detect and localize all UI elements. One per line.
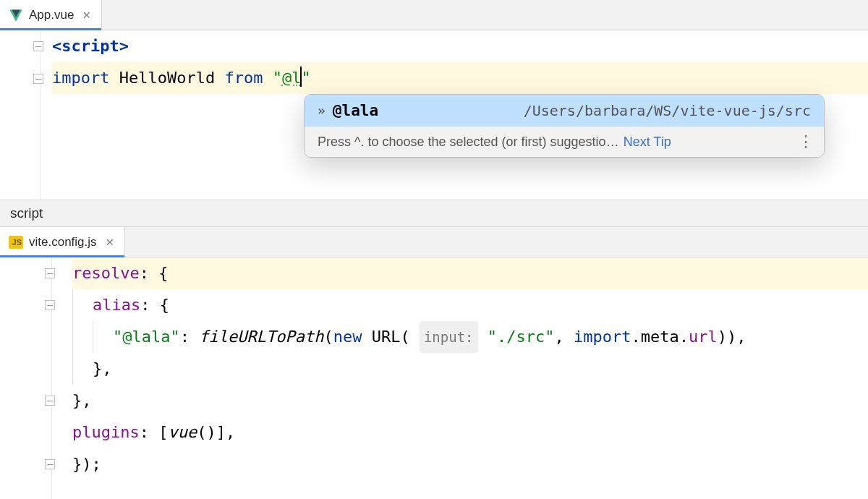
code-line[interactable]: <script> (52, 30, 868, 62)
tab-filename: App.vue (29, 8, 74, 22)
autocomplete-item[interactable]: » @lala /Users/barbara/WS/vite-vue-js/sr… (305, 95, 824, 127)
autocomplete-hint: Press ^. to choose the selected (or firs… (318, 126, 619, 158)
fold-handle-icon[interactable] (45, 396, 55, 406)
tab-vite-config[interactable]: JS vite.config.js ✕ (0, 227, 125, 257)
fold-handle-icon[interactable] (45, 459, 55, 469)
code-line[interactable]: resolve: { (72, 257, 868, 289)
string-quote-open: " (273, 62, 282, 94)
prop-plugins: plugins (72, 417, 140, 448)
string-quote-close: " (301, 62, 310, 94)
tab-filename: vite.config.js (29, 235, 97, 250)
editor-vite-config[interactable]: resolve: { alias: { "@lala": fileURLToPa… (0, 257, 868, 499)
fold-handle-icon[interactable] (33, 41, 43, 51)
code-line[interactable]: }, (72, 385, 868, 417)
alias-key: "@lala" (113, 321, 180, 353)
script-open-tag: <script> (52, 30, 129, 62)
autocomplete-popup: » @lala /Users/barbara/WS/vite-vue-js/sr… (304, 94, 825, 158)
gutter (0, 30, 41, 200)
code-line[interactable]: alias: { (72, 289, 868, 321)
code-line[interactable]: plugins: [vue()], (72, 417, 868, 448)
close-icon[interactable]: ✕ (106, 236, 114, 248)
breadcrumb-item[interactable]: script (10, 205, 43, 221)
editor-app-vue[interactable]: <script> import HelloWorld from "@l" » @… (0, 30, 868, 200)
inlay-hint: input: (420, 321, 478, 353)
js-icon: JS (9, 235, 23, 250)
text-caret (300, 67, 302, 87)
gutter (0, 257, 52, 499)
kw-from: from (224, 62, 263, 94)
next-tip-link[interactable]: Next Tip (624, 126, 671, 158)
fn-fileURLToPath: fileURLToPath (199, 321, 323, 353)
typed-path: @l (282, 62, 302, 94)
kw-import: import (52, 62, 109, 94)
close-icon[interactable]: ✕ (82, 9, 91, 21)
prop-alias: alias (93, 289, 140, 321)
chevron-right-icon: » (318, 95, 326, 127)
tab-app-vue[interactable]: App.vue ✕ (0, 0, 102, 30)
vue-icon (9, 8, 23, 22)
code-line-active[interactable]: import HelloWorld from "@l" (52, 62, 868, 94)
tab-bar-bottom: JS vite.config.js ✕ (0, 227, 868, 257)
prop-resolve: resolve (72, 257, 140, 289)
fold-handle-icon[interactable] (45, 268, 55, 278)
code-line[interactable]: }, (72, 353, 868, 385)
autocomplete-item-path: /Users/barbara/WS/vite-vue-js/src (524, 95, 811, 127)
ide-root: App.vue ✕ <script> import HelloWorld fro… (0, 0, 868, 499)
ident-helloworld: HelloWorld (119, 62, 215, 94)
tab-bar-top: App.vue ✕ (0, 0, 868, 30)
autocomplete-item-name: @lala (333, 95, 378, 127)
code-line[interactable]: }); (72, 448, 868, 480)
code-line[interactable]: "@lala": fileURLToPath(new URL( input: "… (72, 321, 868, 353)
autocomplete-footer: Press ^. to choose the selected (or firs… (305, 127, 824, 157)
breadcrumb-bar[interactable]: script (0, 200, 868, 227)
fold-handle-icon[interactable] (33, 74, 43, 84)
fold-handle-icon[interactable] (45, 300, 55, 310)
